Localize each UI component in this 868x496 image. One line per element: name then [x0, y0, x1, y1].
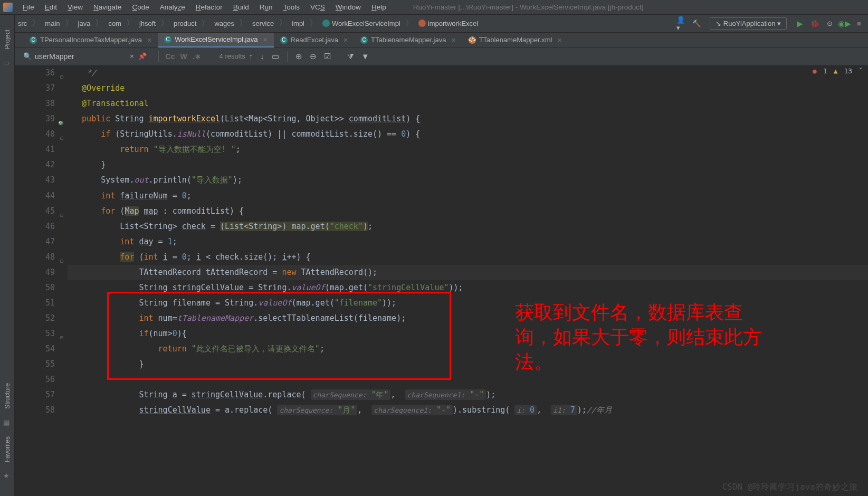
clear-search-icon[interactable]: × — [130, 52, 134, 60]
menu-refactor[interactable]: Refactor — [191, 2, 227, 13]
code-line[interactable]: public String importworkExcel(List<Map<S… — [68, 111, 868, 127]
code-line[interactable]: TAttendRecord tAttendRecord = new TAtten… — [68, 265, 868, 280]
words-toggle[interactable]: W — [178, 52, 190, 61]
code-line[interactable]: int failureNum = 0; — [68, 188, 868, 204]
code-line[interactable]: } — [68, 157, 868, 173]
breadcrumb-item[interactable]: jhsoft — [136, 18, 159, 28]
close-tab-icon[interactable]: × — [451, 36, 455, 44]
fold-icon[interactable]: ⊟ — [60, 69, 63, 84]
menu-edit[interactable]: Edit — [40, 2, 62, 13]
stop-icon[interactable]: ■ — [854, 18, 864, 29]
run-config-select[interactable]: ↘ RuoYiApplication ▾ — [710, 17, 787, 30]
close-tab-icon[interactable]: × — [344, 36, 348, 44]
search-icon: 🔍 — [23, 52, 32, 60]
pin-icon[interactable]: 📌 — [138, 52, 147, 60]
menu-code[interactable]: Code — [127, 2, 154, 13]
editor-tab[interactable]: CTPersonalIncomeTaxMapper.java× — [23, 33, 158, 47]
breadcrumb-item[interactable]: com — [105, 18, 125, 28]
menu-bar: File Edit View Navigate Code Analyze Ref… — [0, 0, 868, 15]
error-count: 1 — [823, 67, 827, 75]
profiler-icon[interactable]: ◉▶ — [839, 18, 850, 29]
fold-icon[interactable]: ⊟ — [60, 130, 63, 146]
menu-view[interactable]: View — [63, 2, 88, 13]
filter-icon[interactable]: ⧩ — [344, 52, 358, 61]
hammer-icon[interactable]: 🔨 — [691, 18, 702, 29]
breadcrumb-item[interactable]: service — [249, 18, 277, 28]
code-line[interactable]: int day = 1; — [68, 234, 868, 250]
menu-file[interactable]: File — [18, 2, 39, 13]
editor-tab[interactable]: CTTablenameMapper.java× — [354, 33, 462, 47]
find-next-icon[interactable]: ↓ — [256, 52, 268, 61]
run-icon[interactable]: ▶ — [795, 18, 805, 29]
folder-icon[interactable]: ▭ — [3, 59, 12, 67]
fold-icon[interactable]: ⊟ — [60, 253, 63, 269]
code-line[interactable] — [68, 372, 868, 387]
tool-project[interactable]: Project — [4, 30, 11, 49]
code-line[interactable]: if (StringUtils.isNull(commoditList) || … — [68, 127, 868, 142]
breadcrumb-item[interactable]: product — [170, 18, 199, 28]
menu-build[interactable]: Build — [228, 2, 254, 13]
find-prev-icon[interactable]: ↑ — [245, 52, 257, 61]
fold-icon[interactable]: ⊟ — [60, 207, 63, 223]
star-icon[interactable]: ★ — [3, 472, 12, 480]
breadcrumb-item[interactable]: importworkExcel — [415, 18, 481, 28]
menu-help[interactable]: Help — [367, 2, 391, 13]
close-tab-icon[interactable]: × — [557, 36, 561, 44]
menu-vcs[interactable]: VCS — [306, 2, 330, 13]
regex-toggle[interactable]: .∗ — [190, 52, 204, 61]
tab-label: TTablenameMapper.java — [371, 36, 446, 44]
breadcrumb-item[interactable]: WorkExcelServiceImpl — [319, 18, 404, 28]
match-case-toggle[interactable]: Cc — [163, 52, 178, 61]
chevron-down-icon[interactable]: ˇ — [859, 67, 863, 75]
menu-navigate[interactable]: Navigate — [89, 2, 126, 13]
fold-icon[interactable]: ⊟ — [60, 330, 63, 345]
breadcrumb-item[interactable]: main — [42, 18, 63, 28]
file-type-icon: C — [30, 36, 37, 44]
code-line[interactable]: for (int i = 0; i < check.size(); i++) { — [68, 250, 868, 265]
menu-tools[interactable]: Tools — [279, 2, 305, 13]
code-area[interactable]: ●1 ▲13 ˇ */ @Override @Transactional pub… — [68, 65, 868, 496]
code-line[interactable]: return "导入数据不能为空! "; — [68, 142, 868, 157]
remove-selection-icon[interactable]: ⊖ — [306, 52, 320, 61]
structure-icon[interactable]: ▤ — [3, 418, 12, 427]
code-line[interactable]: for (Map map : commoditList) { — [68, 204, 868, 219]
file-type-icon: </> — [469, 36, 476, 44]
editor-tab[interactable]: CWorkExcelServiceImpl.java× — [158, 33, 273, 47]
file-type-icon: C — [360, 36, 368, 44]
debug-icon[interactable]: 🐞 — [809, 18, 820, 29]
code-line[interactable]: stringCellValue = a.replace( charSequenc… — [68, 403, 868, 418]
select-all-occurrences-icon[interactable]: ☑ — [320, 52, 335, 61]
editor[interactable]: 36⊟373839⊟40⊟4142434445⊟464748⊟495051525… — [15, 65, 868, 496]
breadcrumb-item[interactable]: impl — [289, 18, 308, 28]
editor-tab[interactable]: CReadExcel.java× — [274, 33, 355, 47]
fold-icon[interactable]: ⊟ — [60, 115, 63, 130]
code-line[interactable]: System.out.println("导入数据"); — [68, 173, 868, 188]
close-tab-icon[interactable]: × — [147, 36, 151, 44]
left-gutter: Project ▭ Structure ▤ Favorites ★ — [0, 15, 15, 496]
tool-favorites[interactable]: Favorites — [4, 436, 11, 462]
inspection-widget[interactable]: ●1 ▲13 ˇ — [813, 67, 863, 75]
breadcrumb-item[interactable]: wages — [211, 18, 237, 28]
users-icon[interactable]: 👤▾ — [676, 18, 687, 29]
code-line[interactable]: String stringCellValue = String.valueOf(… — [68, 280, 868, 295]
tab-label: TTablenameMapper.xml — [479, 36, 552, 44]
code-line[interactable]: @Transactional — [68, 96, 868, 111]
select-all-icon[interactable]: ▭ — [268, 52, 283, 61]
editor-tabs: CTPersonalIncomeTaxMapper.java×CWorkExce… — [0, 33, 868, 47]
menu-analyze[interactable]: Analyze — [155, 2, 190, 13]
close-tab-icon[interactable]: × — [263, 35, 267, 44]
coverage-icon[interactable]: ⊙ — [824, 18, 835, 29]
code-line[interactable]: List<String> check = (List<String>) map.… — [68, 219, 868, 234]
menu-run[interactable]: Run — [255, 2, 278, 13]
add-selection-icon[interactable]: ⊕ — [292, 52, 306, 61]
code-line[interactable]: */ — [68, 65, 868, 81]
breadcrumb-item[interactable]: src — [15, 18, 30, 28]
menu-window[interactable]: Window — [331, 2, 366, 13]
breadcrumb-item[interactable]: java — [75, 18, 94, 28]
code-line[interactable]: String a = stringCellValue.replace( char… — [68, 387, 868, 403]
funnel-icon[interactable]: ▼ — [358, 52, 373, 61]
code-line[interactable]: @Override — [68, 81, 868, 96]
search-input[interactable]: userMapper — [35, 52, 130, 61]
tool-structure[interactable]: Structure — [4, 383, 11, 409]
editor-tab[interactable]: </>TTablenameMapper.xml× — [462, 33, 568, 47]
